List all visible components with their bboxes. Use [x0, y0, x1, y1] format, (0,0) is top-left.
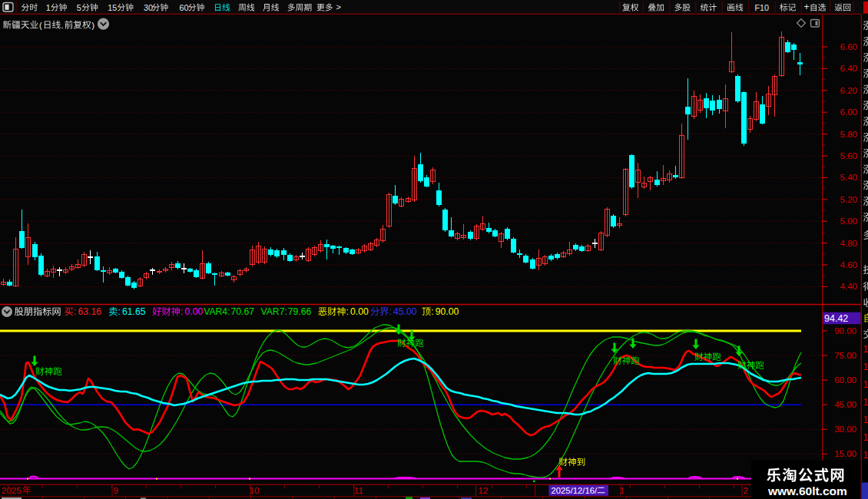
svg-text:1: 1 — [863, 344, 868, 355]
svg-text:70.67: 70.67 — [231, 306, 255, 317]
svg-text:4.80: 4.80 — [840, 239, 857, 248]
svg-text:5.60: 5.60 — [840, 151, 857, 160]
svg-text::: : — [431, 306, 433, 317]
svg-text:1: 1 — [620, 486, 624, 495]
svg-text:45.00: 45.00 — [393, 306, 417, 317]
svg-text:F10: F10 — [754, 3, 769, 12]
svg-text:5.40: 5.40 — [840, 173, 857, 182]
svg-text:94.42: 94.42 — [824, 313, 848, 324]
svg-text:1: 1 — [863, 450, 868, 461]
svg-text:5.80: 5.80 — [840, 130, 857, 139]
svg-text:2025/12/16/: 2025/12/16/ — [552, 486, 598, 495]
svg-text:1: 1 — [863, 432, 868, 443]
svg-text:1: 1 — [863, 362, 868, 372]
svg-text:60.00: 60.00 — [834, 375, 856, 385]
svg-text:0.00: 0.00 — [185, 306, 204, 317]
svg-text:www.60lt.com: www.60lt.com — [767, 484, 847, 497]
svg-text:VAR4:: VAR4: — [204, 306, 230, 317]
svg-text:): ) — [91, 21, 94, 30]
svg-text:1: 1 — [863, 397, 868, 408]
svg-text:6.40: 6.40 — [840, 64, 857, 73]
svg-text:1: 1 — [46, 3, 51, 12]
svg-text:60: 60 — [180, 3, 189, 12]
svg-text::: : — [389, 306, 391, 317]
svg-text:15.00: 15.00 — [834, 449, 856, 458]
svg-text::: : — [118, 306, 120, 317]
svg-text:1: 1 — [863, 379, 868, 390]
svg-text:30.00: 30.00 — [834, 425, 856, 434]
svg-text:79.66: 79.66 — [288, 306, 312, 317]
svg-text:5.20: 5.20 — [840, 195, 857, 204]
svg-text:5.00: 5.00 — [840, 216, 857, 226]
svg-text:11: 11 — [354, 486, 363, 495]
svg-text:61.65: 61.65 — [122, 306, 146, 317]
svg-text::: : — [346, 306, 349, 317]
svg-text:45.00: 45.00 — [834, 400, 856, 409]
svg-text:+: + — [804, 2, 810, 12]
svg-text::: : — [74, 306, 76, 317]
svg-text:6.60: 6.60 — [840, 42, 857, 51]
svg-text:75.00: 75.00 — [834, 351, 856, 360]
svg-text::: : — [181, 306, 183, 317]
svg-text:9: 9 — [114, 486, 118, 495]
svg-text:63.16: 63.16 — [78, 306, 102, 317]
svg-text:VAR7:: VAR7: — [261, 306, 287, 317]
svg-text:2: 2 — [744, 486, 748, 495]
svg-text:2025: 2025 — [2, 486, 22, 495]
svg-text:10: 10 — [250, 486, 260, 495]
svg-text:90.00: 90.00 — [436, 306, 459, 317]
svg-text:90.00: 90.00 — [834, 326, 856, 335]
svg-text:6.00: 6.00 — [840, 107, 857, 117]
svg-text:15: 15 — [108, 3, 117, 12]
svg-text:6.20: 6.20 — [840, 86, 857, 95]
svg-text:30: 30 — [144, 3, 153, 12]
svg-text:12: 12 — [479, 486, 489, 495]
svg-text:.: . — [61, 21, 64, 30]
svg-text:0.00: 0.00 — [350, 306, 369, 317]
svg-text:5: 5 — [77, 3, 81, 12]
svg-text:4.40: 4.40 — [840, 282, 857, 291]
svg-text:4.60: 4.60 — [840, 260, 857, 269]
svg-text:>: > — [336, 2, 341, 12]
svg-text:(: ( — [39, 21, 42, 30]
svg-text:1: 1 — [863, 415, 868, 425]
